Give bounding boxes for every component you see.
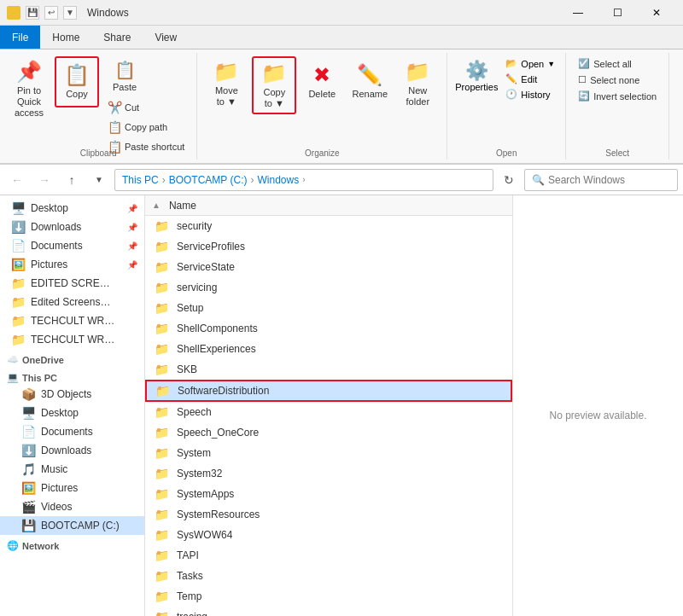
file-list[interactable]: 📁 security 📁 ServiceProfiles 📁 ServiceSt… (145, 216, 512, 616)
select-all-button[interactable]: ☑️ Select all (573, 56, 662, 71)
open-label: Open (447, 148, 565, 158)
up-button[interactable]: ↑ (60, 168, 84, 192)
history-button[interactable]: 🕐 History (502, 87, 558, 102)
select-none-button[interactable]: ☐ Select none (573, 73, 662, 87)
file-name: ServiceProfiles (177, 241, 245, 253)
close-button[interactable]: ✕ (637, 0, 676, 26)
sidebar-item-techcult-1[interactable]: 📁 TECHCULT WRITING ... (0, 311, 144, 330)
copy-path-button[interactable]: 📋 Copy path (102, 118, 190, 137)
cut-button[interactable]: ✂️ Cut (102, 98, 190, 117)
sidebar-item-label: Documents (31, 240, 83, 252)
file-item-softwaredistribution[interactable]: 📁 SoftwareDistribution (145, 380, 512, 402)
sidebar-item-techcult-2[interactable]: 📁 TECHCULT WRITING ... (0, 330, 144, 349)
sidebar-item-pictures-quick[interactable]: 🖼️ Pictures 📌 (0, 255, 144, 274)
tab-home[interactable]: Home (40, 26, 91, 49)
rename-button[interactable]: ✏️ Rename (347, 56, 392, 108)
sidebar-item-bootcamp[interactable]: 💾 BOOTCAMP (C:) (0, 516, 144, 535)
undo-icon[interactable]: ↩ (44, 6, 58, 20)
file-item-system32[interactable]: 📁 System32 (145, 463, 512, 484)
recent-locations-button[interactable]: ▼ (87, 168, 111, 192)
invert-selection-button[interactable]: 🔄 Invert selection (573, 89, 662, 103)
search-input[interactable] (548, 174, 670, 186)
organize-label: Organize (197, 148, 447, 158)
sidebar-item-label: Edited Screenshots V... (31, 296, 116, 308)
copy-button[interactable]: 📋 Copy (55, 56, 99, 108)
search-box[interactable]: 🔍 (524, 169, 678, 191)
tab-view[interactable]: View (143, 26, 189, 49)
clipboard-small-buttons: ✂️ Cut 📋 Copy path 📋 Paste shortcut (102, 98, 190, 156)
open-button[interactable]: 📂 Open ▼ (502, 56, 558, 71)
file-item-temp[interactable]: 📁 Temp (145, 586, 512, 607)
scroll-up-arrow[interactable]: ▲ (152, 200, 161, 210)
sidebar-item-desktop-quick[interactable]: 🖥️ Desktop 📌 (0, 199, 144, 218)
file-item-syswow64[interactable]: 📁 SysWOW64 (145, 525, 512, 545)
sidebar-item-label: Downloads (31, 221, 81, 233)
sidebar-section-this-pc[interactable]: 💻 This PC (0, 367, 144, 385)
sidebar-item-edited-screenshots[interactable]: 📁 EDITED SCREENSHO... (0, 274, 144, 293)
file-item-servicestate[interactable]: 📁 ServiceState (145, 257, 512, 277)
sidebar-item-documents-pc[interactable]: 📄 Documents (0, 422, 144, 441)
paste-button[interactable]: 📋 Paste (102, 56, 147, 96)
file-item-system[interactable]: 📁 System (145, 443, 512, 463)
delete-icon: ✖ (313, 63, 330, 87)
file-item-serviceprofiles[interactable]: 📁 ServiceProfiles (145, 236, 512, 257)
dropdown-icon[interactable]: ▼ (63, 6, 77, 20)
file-item-tapi[interactable]: 📁 TAPI (145, 545, 512, 566)
breadcrumb-bootcamp[interactable]: BOOTCAMP (C:) (169, 174, 248, 186)
sidebar-item-downloads-pc[interactable]: ⬇️ Downloads (0, 441, 144, 460)
back-button[interactable]: ← (5, 168, 29, 192)
desktop-quick-icon: 🖥️ (10, 201, 26, 215)
folder-icon: 📁 (153, 260, 170, 274)
select-label: Select (566, 148, 668, 158)
file-item-shellexperiences[interactable]: 📁 ShellExperiences (145, 339, 512, 359)
pin-to-quick-access-button[interactable]: 📌 Pin to Quickaccess (7, 56, 51, 123)
sidebar-item-downloads-quick[interactable]: ⬇️ Downloads 📌 (0, 218, 144, 236)
refresh-button[interactable]: ↻ (497, 168, 521, 192)
sidebar-item-3d-objects[interactable]: 📦 3D Objects (0, 385, 144, 404)
file-item-servicing[interactable]: 📁 servicing (145, 277, 512, 298)
tab-file[interactable]: File (0, 26, 40, 49)
minimize-button[interactable]: — (558, 0, 598, 26)
folder-icon: 📁 (153, 569, 170, 583)
move-to-button[interactable]: 📁 Moveto ▼ (204, 56, 248, 111)
sidebar-item-edited-screenshots-v[interactable]: 📁 Edited Screenshots V... (0, 293, 144, 311)
sidebar-item-documents-quick[interactable]: 📄 Documents 📌 (0, 236, 144, 255)
file-item-setup[interactable]: 📁 Setup (145, 298, 512, 318)
file-area: ▲ Name 📁 security 📁 ServiceProfiles 📁 Se… (145, 195, 512, 616)
breadcrumb-windows[interactable]: Windows (257, 174, 299, 186)
breadcrumb-this-pc[interactable]: This PC (122, 174, 159, 186)
sidebar-item-videos[interactable]: 🎬 Videos (0, 497, 144, 516)
maximize-button[interactable]: ☐ (598, 0, 637, 26)
file-item-security[interactable]: 📁 security (145, 216, 512, 236)
name-column-header[interactable]: Name (169, 200, 196, 212)
quick-save-icon[interactable]: 💾 (26, 6, 39, 20)
title-bar-icons: 💾 ↩ ▼ (26, 6, 77, 20)
properties-button[interactable]: ⚙️ Properties (454, 56, 499, 96)
file-item-tasks[interactable]: 📁 Tasks (145, 566, 512, 586)
edit-button[interactable]: ✏️ Edit (502, 72, 558, 86)
sidebar-section-onedrive[interactable]: ☁️ OneDrive (0, 349, 144, 367)
organize-items: 📁 Moveto ▼ 📁 Copyto ▼ ✖ Delete ✏️ Rename… (204, 56, 440, 156)
copy-to-button[interactable]: 📁 Copyto ▼ (252, 56, 296, 114)
ribbon-group-organize: 📁 Moveto ▼ 📁 Copyto ▼ ✖ Delete ✏️ Rename… (197, 53, 447, 160)
ribbon-group-select: ☑️ Select all ☐ Select none 🔄 Invert sel… (566, 53, 669, 160)
file-item-skb[interactable]: 📁 SKB (145, 359, 512, 380)
file-item-speech-onecore[interactable]: 📁 Speech_OneCore (145, 422, 512, 443)
new-folder-button[interactable]: 📁 Newfolder (395, 56, 440, 111)
file-item-systemresources[interactable]: 📁 SystemResources (145, 504, 512, 525)
file-item-systemapps[interactable]: 📁 SystemApps (145, 484, 512, 504)
this-pc-label: This PC (22, 373, 57, 383)
forward-button[interactable]: → (32, 168, 56, 192)
sidebar-item-desktop-pc[interactable]: 🖥️ Desktop (0, 404, 144, 422)
delete-button[interactable]: ✖ Delete (300, 56, 344, 108)
file-item-shellcomponents[interactable]: 📁 ShellComponents (145, 318, 512, 339)
file-item-tracing[interactable]: 📁 tracing (145, 607, 512, 616)
folder-icon: 📁 (10, 314, 26, 328)
sidebar-section-network[interactable]: 🌐 Network (0, 535, 144, 553)
sidebar-item-label: Desktop (41, 407, 79, 419)
tab-share[interactable]: Share (91, 26, 143, 49)
sidebar-item-label: Pictures (41, 482, 78, 494)
file-item-speech[interactable]: 📁 Speech (145, 402, 512, 422)
sidebar-item-music[interactable]: 🎵 Music (0, 460, 144, 479)
sidebar-item-pictures-pc[interactable]: 🖼️ Pictures (0, 479, 144, 497)
